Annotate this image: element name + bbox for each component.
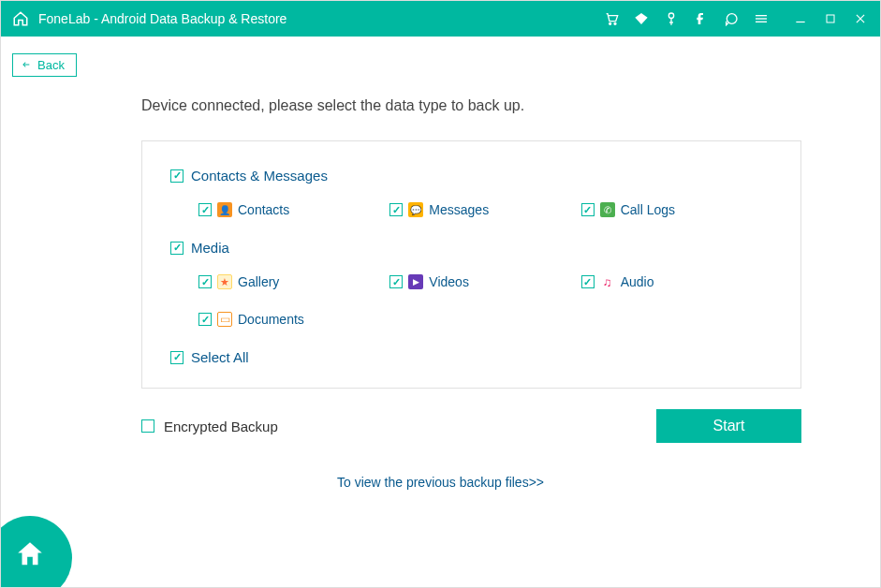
- checkbox-gallery[interactable]: [198, 275, 212, 288]
- minimize-icon[interactable]: [792, 10, 809, 27]
- window-controls: [792, 10, 869, 27]
- svg-point-2: [668, 13, 673, 18]
- videos-icon: ▶: [408, 274, 423, 289]
- item-audio[interactable]: ♫ Audio: [581, 274, 772, 289]
- item-messages[interactable]: 💬 Messages: [389, 202, 580, 217]
- menu-icon[interactable]: [753, 10, 770, 27]
- previous-backup-link[interactable]: To view the previous backup files>>: [57, 475, 824, 490]
- svg-point-0: [609, 22, 611, 24]
- item-call-logs[interactable]: ✆ Call Logs: [581, 202, 772, 217]
- home-fab-icon: [14, 538, 46, 570]
- back-button[interactable]: Back: [12, 53, 77, 77]
- titlebar-left: FoneLab - Android Data Backup & Restore: [12, 10, 286, 27]
- key-icon[interactable]: [663, 10, 680, 27]
- checkbox-media[interactable]: [170, 242, 184, 255]
- select-all-label: Select All: [191, 349, 249, 365]
- cart-icon[interactable]: [603, 10, 620, 27]
- content-area: Device connected, please select the data…: [1, 97, 880, 490]
- item-documents[interactable]: ▭ Documents: [198, 312, 395, 327]
- item-label: Call Logs: [621, 202, 675, 217]
- maximize-icon[interactable]: [822, 10, 839, 27]
- contacts-icon: 👤: [217, 202, 232, 217]
- encrypted-backup-option[interactable]: Encrypted Backup: [141, 419, 278, 434]
- documents-icon: ▭: [217, 312, 232, 327]
- items-row-contacts: 👤 Contacts 💬 Messages ✆ Call Logs: [198, 202, 772, 217]
- items-row-media-1: ★ Gallery ▶ Videos ♫ Audio: [198, 274, 772, 289]
- home-fab-button[interactable]: [0, 516, 72, 588]
- selection-panel: Contacts & Messages 👤 Contacts 💬 Message…: [141, 140, 801, 389]
- item-label: Audio: [621, 274, 654, 289]
- item-videos[interactable]: ▶ Videos: [389, 274, 580, 289]
- facebook-icon[interactable]: [693, 10, 710, 27]
- start-button[interactable]: Start: [656, 409, 801, 443]
- item-label: Gallery: [238, 274, 279, 289]
- category-label: Contacts & Messages: [191, 168, 328, 184]
- wifi-icon[interactable]: [633, 10, 650, 27]
- start-button-label: Start: [713, 418, 745, 434]
- call-logs-icon: ✆: [600, 202, 615, 217]
- checkbox-encrypted[interactable]: [141, 419, 154, 433]
- back-button-label: Back: [37, 58, 65, 72]
- item-label: Documents: [238, 312, 304, 327]
- encrypted-label: Encrypted Backup: [164, 419, 278, 434]
- checkbox-contacts-messages[interactable]: [170, 169, 184, 183]
- gallery-icon: ★: [217, 274, 232, 289]
- bottom-row: Encrypted Backup Start: [141, 409, 801, 443]
- instruction-text: Device connected, please select the data…: [141, 97, 824, 114]
- checkbox-videos[interactable]: [389, 275, 403, 288]
- item-gallery[interactable]: ★ Gallery: [198, 274, 389, 289]
- checkbox-contacts[interactable]: [198, 203, 212, 216]
- checkbox-messages[interactable]: [389, 203, 403, 216]
- category-label: Media: [191, 240, 229, 256]
- checkbox-documents[interactable]: [198, 313, 212, 326]
- back-arrow-icon: [21, 58, 32, 72]
- titlebar-right: [603, 10, 869, 27]
- item-contacts[interactable]: 👤 Contacts: [198, 202, 389, 217]
- feedback-icon[interactable]: [723, 10, 740, 27]
- category-media[interactable]: Media: [170, 240, 772, 256]
- home-icon[interactable]: [12, 10, 29, 27]
- checkbox-select-all[interactable]: [170, 351, 184, 364]
- close-icon[interactable]: [852, 10, 869, 27]
- category-contacts-messages[interactable]: Contacts & Messages: [170, 168, 772, 184]
- svg-point-1: [614, 22, 616, 24]
- svg-rect-9: [827, 15, 834, 22]
- app-title: FoneLab - Android Data Backup & Restore: [38, 11, 286, 26]
- item-label: Messages: [429, 202, 489, 217]
- items-row-media-2: ▭ Documents: [198, 312, 772, 327]
- messages-icon: 💬: [408, 202, 423, 217]
- audio-icon: ♫: [600, 274, 615, 289]
- checkbox-call-logs[interactable]: [581, 203, 595, 216]
- item-label: Contacts: [238, 202, 289, 217]
- category-select-all[interactable]: Select All: [170, 349, 772, 365]
- checkbox-audio[interactable]: [581, 275, 595, 288]
- item-label: Videos: [429, 274, 469, 289]
- titlebar: FoneLab - Android Data Backup & Restore: [1, 1, 880, 37]
